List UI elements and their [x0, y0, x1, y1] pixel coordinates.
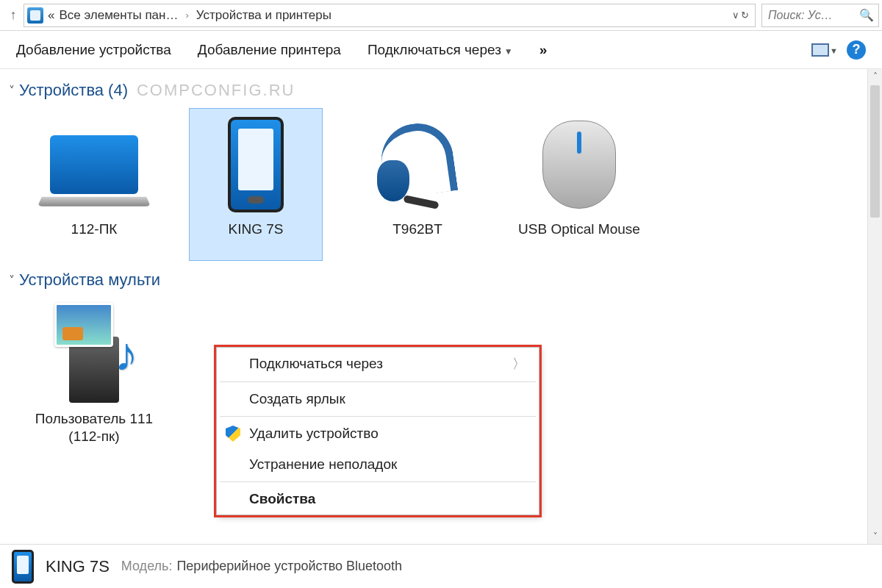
menu-separator: [220, 416, 536, 417]
device-label: 112-ПК: [71, 220, 118, 256]
menu-separator: [220, 481, 536, 482]
scroll-thumb[interactable]: [870, 85, 880, 218]
media-server-icon: ♪: [50, 303, 138, 406]
device-label: T962BT: [392, 220, 442, 256]
menu-label: Подключаться через: [249, 356, 383, 372]
details-name: KING 7S: [46, 557, 110, 576]
breadcrumb-parent[interactable]: Все элементы пан…: [59, 8, 178, 23]
collapse-icon[interactable]: ˅: [9, 273, 15, 287]
refresh-icon[interactable]: ↻: [741, 10, 749, 21]
breadcrumb[interactable]: « Все элементы пан… › Устройства и принт…: [24, 4, 756, 27]
device-item-laptop[interactable]: 112-ПК: [28, 109, 160, 260]
mouse-icon: [542, 121, 616, 209]
breadcrumb-current[interactable]: Устройства и принтеры: [196, 8, 331, 23]
details-pane: KING 7S Модель:Периферийное устройство B…: [0, 544, 882, 588]
menu-label: Устранение неполадок: [249, 456, 397, 473]
chevron-down-icon: ▼: [501, 46, 513, 57]
chevron-right-icon: 〉: [512, 355, 526, 373]
chevron-down-icon: ▼: [830, 46, 838, 55]
search-input[interactable]: [767, 8, 847, 23]
menu-label: Создать ярлык: [249, 391, 345, 407]
chevron-down-icon: ∨: [732, 10, 739, 21]
help-button[interactable]: ?: [847, 40, 866, 60]
menu-create-shortcut[interactable]: Создать ярлык: [217, 384, 539, 415]
address-bar: ↑ « Все элементы пан… › Устройства и при…: [0, 0, 882, 31]
search-box[interactable]: 🔍: [761, 4, 879, 27]
view-options-button[interactable]: ▼: [811, 43, 829, 57]
device-item-media-server[interactable]: ♪ Пользователь 111 (112-пк): [28, 298, 160, 450]
chevron-right-icon[interactable]: ›: [182, 10, 191, 21]
command-toolbar: Добавление устройства Добавление принтер…: [0, 31, 882, 69]
headset-icon: [377, 121, 458, 209]
details-model-label: Модель:: [121, 559, 173, 573]
collapse-icon[interactable]: ˅: [9, 84, 15, 98]
context-menu: Подключаться через 〉 Создать ярлык Удали…: [216, 347, 539, 515]
menu-troubleshoot[interactable]: Устранение неполадок: [217, 449, 539, 480]
details-model-value: Периферийное устройство Bluetooth: [176, 559, 402, 573]
vertical-scrollbar[interactable]: ˄ ˅: [867, 69, 882, 544]
device-label: KING 7S: [229, 220, 284, 256]
overflow-button[interactable]: »: [539, 42, 548, 58]
menu-remove-device[interactable]: Удалить устройство: [217, 418, 539, 449]
shield-icon: [226, 426, 240, 442]
breadcrumb-prefix: «: [48, 8, 54, 23]
section-multimedia-header[interactable]: ˅ Устройства мульти: [9, 270, 873, 290]
device-label: USB Optical Mouse: [518, 220, 640, 256]
devices-row: 112-ПК KING 7S T962BT USB Optical Mouse: [9, 103, 873, 260]
menu-connect-via[interactable]: Подключаться через 〉: [217, 348, 539, 380]
content-area: ˅ Устройства (4) COMPCONFIG.RU 112-ПК KI…: [0, 69, 882, 544]
section-devices-header[interactable]: ˅ Устройства (4) COMPCONFIG.RU: [9, 81, 873, 100]
device-item-phone[interactable]: KING 7S: [190, 109, 322, 260]
add-printer-button[interactable]: Добавление принтера: [198, 42, 341, 58]
section-title: Устройства: [19, 81, 104, 100]
watermark-text: COMPCONFIG.RU: [137, 81, 295, 100]
laptop-icon: [50, 135, 138, 194]
device-item-headset[interactable]: T962BT: [351, 109, 484, 260]
scroll-up-icon[interactable]: ˄: [868, 69, 882, 84]
menu-separator: [220, 381, 536, 382]
connect-via-button[interactable]: Подключаться через▼: [368, 42, 513, 58]
control-panel-icon: [27, 7, 43, 24]
scroll-down-icon[interactable]: ˅: [868, 529, 882, 544]
device-label: Пользователь 111 (112-пк): [32, 410, 156, 445]
phone-icon: [228, 117, 284, 212]
menu-label: Удалить устройство: [249, 426, 379, 442]
phone-icon: [12, 550, 34, 584]
connect-via-label: Подключаться через: [368, 42, 501, 57]
menu-label: Свойства: [249, 491, 315, 507]
address-dropdown[interactable]: ∨ ↻: [729, 10, 752, 21]
details-model: Модель:Периферийное устройство Bluetooth: [121, 559, 402, 574]
add-device-button[interactable]: Добавление устройства: [16, 42, 171, 58]
search-icon[interactable]: 🔍: [859, 8, 874, 22]
menu-properties[interactable]: Свойства: [217, 484, 539, 514]
section-count: (4): [108, 81, 128, 100]
device-item-mouse[interactable]: USB Optical Mouse: [513, 109, 645, 260]
up-button[interactable]: ↑: [3, 7, 24, 23]
section-title: Устройства мульти: [19, 270, 160, 290]
